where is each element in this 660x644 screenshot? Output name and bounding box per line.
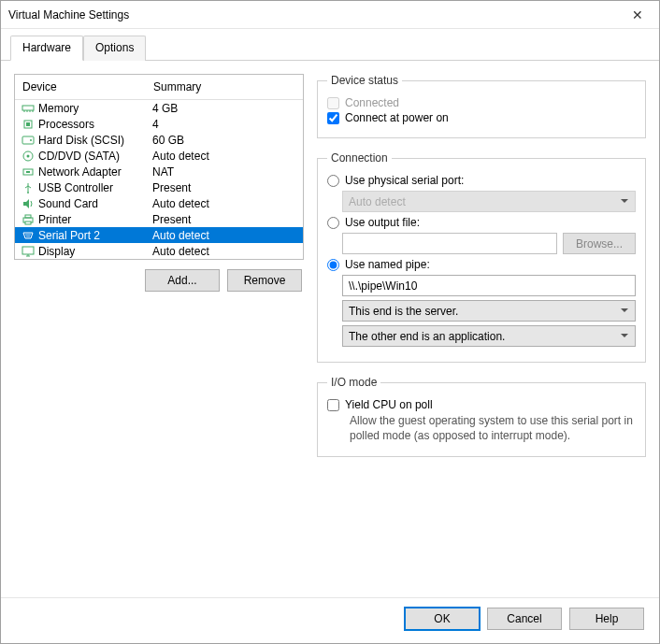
connected-checkbox: [327, 97, 339, 109]
device-panel: Device Summary Memory4 GBProcessors4Hard…: [14, 74, 304, 260]
column-device: Device: [22, 80, 153, 93]
connected-label: Connected: [345, 96, 399, 109]
device-row[interactable]: Memory4 GB: [15, 100, 303, 116]
titlebar: Virtual Machine Settings ✕: [1, 1, 659, 29]
connection-legend: Connection: [327, 151, 392, 165]
footer: OK Cancel Help: [1, 597, 659, 643]
physical-select-wrap: Auto detect: [342, 191, 636, 212]
svg-point-18: [27, 234, 28, 235]
connect-poweron-checkbox[interactable]: [327, 112, 339, 124]
cancel-button[interactable]: Cancel: [487, 608, 562, 630]
column-summary: Summary: [153, 80, 295, 93]
io-mode-hint: Allow the guest operating system to use …: [350, 413, 636, 443]
use-physical-radio[interactable]: [327, 175, 339, 187]
svg-rect-16: [25, 222, 31, 224]
tab-options[interactable]: Options: [83, 36, 146, 61]
device-name: Printer: [38, 213, 152, 226]
svg-rect-15: [25, 215, 31, 218]
device-status-legend: Device status: [327, 74, 402, 87]
yield-cpu-checkbox[interactable]: [327, 399, 339, 411]
help-button[interactable]: Help: [569, 608, 644, 630]
hdd-icon: [21, 134, 36, 147]
svg-point-10: [27, 154, 30, 157]
tabstrip: Hardware Options: [1, 29, 659, 61]
device-buttons: Add... Remove: [14, 260, 304, 292]
right-panel: Device status Connected Connect at power…: [317, 74, 646, 590]
svg-rect-6: [26, 122, 30, 126]
settings-window: Virtual Machine Settings ✕ Hardware Opti…: [0, 0, 660, 644]
svg-point-20: [26, 236, 27, 236]
cd-icon: [21, 150, 36, 163]
device-row[interactable]: Processors4: [15, 116, 303, 132]
use-pipe-radio[interactable]: [327, 259, 339, 271]
pipe-name-input[interactable]: [342, 275, 636, 296]
sound-icon: [21, 197, 36, 210]
printer-icon: [21, 213, 36, 226]
browse-button: Browse...: [563, 233, 636, 254]
io-mode-group: I/O mode Yield CPU on poll Allow the gue…: [317, 376, 646, 457]
window-title: Virtual Machine Settings: [8, 8, 624, 21]
device-row[interactable]: CD/DVD (SATA)Auto detect: [15, 148, 303, 164]
device-row[interactable]: Hard Disk (SCSI)60 GB: [15, 132, 303, 148]
device-row[interactable]: DisplayAuto detect: [15, 243, 303, 259]
cpu-icon: [21, 118, 36, 131]
device-name: Memory: [38, 102, 152, 115]
device-name: Processors: [38, 118, 152, 131]
output-file-input: [342, 233, 557, 254]
ok-button[interactable]: OK: [405, 608, 480, 630]
svg-point-21: [28, 236, 29, 236]
device-row[interactable]: Network AdapterNAT: [15, 164, 303, 179]
svg-rect-0: [22, 106, 34, 110]
remove-button[interactable]: Remove: [227, 269, 302, 292]
content-area: Device Summary Memory4 GBProcessors4Hard…: [1, 61, 659, 597]
device-status-group: Device status Connected Connect at power…: [317, 74, 646, 138]
usb-icon: [21, 181, 36, 194]
use-pipe-label: Use named pipe:: [345, 258, 430, 271]
device-row[interactable]: PrinterPresent: [15, 211, 303, 227]
use-output-label: Use output file:: [345, 216, 420, 229]
svg-point-17: [25, 234, 26, 235]
device-row[interactable]: Serial Port 2Auto detect: [15, 227, 303, 243]
pipe-end2-select[interactable]: The other end is an application.: [342, 325, 636, 347]
pipe-name-wrap: [342, 275, 636, 296]
pipe-end1-select[interactable]: This end is the server.: [342, 300, 636, 322]
output-file-wrap: Browse...: [342, 233, 636, 254]
serial-icon: [21, 229, 36, 242]
physical-port-select: Auto detect: [342, 191, 636, 212]
svg-point-19: [29, 234, 30, 235]
device-summary: Auto detect: [152, 229, 297, 242]
device-name: Display: [38, 245, 152, 258]
device-summary: NAT: [152, 165, 297, 179]
device-header: Device Summary: [15, 75, 303, 100]
use-output-row: Use output file:: [327, 216, 636, 229]
tab-hardware[interactable]: Hardware: [10, 36, 83, 61]
svg-rect-12: [26, 171, 30, 173]
add-button[interactable]: Add...: [145, 269, 220, 292]
device-summary: 4 GB: [152, 102, 297, 115]
svg-rect-22: [22, 247, 34, 254]
device-summary: Auto detect: [152, 150, 297, 163]
use-pipe-row: Use named pipe:: [327, 258, 636, 271]
yield-cpu-label: Yield CPU on poll: [345, 398, 433, 411]
pipe-end1-wrap: This end is the server.: [342, 300, 636, 322]
connected-row: Connected: [327, 96, 636, 109]
connection-group: Connection Use physical serial port: Aut…: [317, 151, 646, 363]
pipe-end2-wrap: The other end is an application.: [342, 325, 636, 347]
device-name: USB Controller: [38, 181, 152, 194]
memory-icon: [21, 102, 36, 115]
use-physical-row: Use physical serial port:: [327, 174, 636, 187]
device-list[interactable]: Memory4 GBProcessors4Hard Disk (SCSI)60 …: [15, 100, 303, 259]
svg-rect-7: [22, 136, 34, 144]
device-summary: 60 GB: [152, 134, 297, 147]
device-summary: Auto detect: [152, 197, 297, 210]
close-icon[interactable]: ✕: [624, 7, 652, 22]
io-mode-legend: I/O mode: [327, 376, 380, 389]
device-row[interactable]: Sound CardAuto detect: [15, 195, 303, 211]
use-output-radio[interactable]: [327, 217, 339, 229]
connect-poweron-row: Connect at power on: [327, 111, 636, 124]
svg-point-8: [30, 139, 32, 141]
left-column: Device Summary Memory4 GBProcessors4Hard…: [14, 74, 304, 590]
device-summary: 4: [152, 118, 297, 131]
device-row[interactable]: USB ControllerPresent: [15, 179, 303, 195]
device-summary: Present: [152, 181, 297, 194]
